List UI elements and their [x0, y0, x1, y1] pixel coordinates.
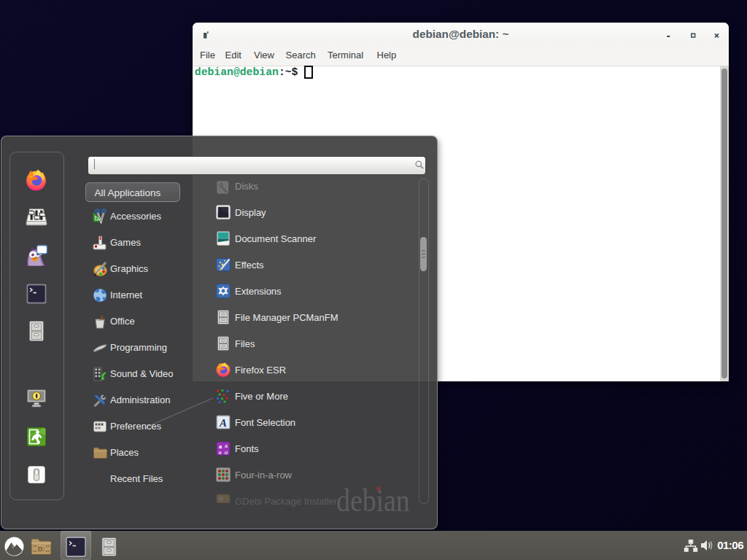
svg-text:a: a: [219, 448, 222, 456]
svg-text:A: A: [219, 417, 227, 429]
svg-text:a: a: [225, 448, 228, 456]
svg-text:D:: D:: [38, 545, 45, 553]
